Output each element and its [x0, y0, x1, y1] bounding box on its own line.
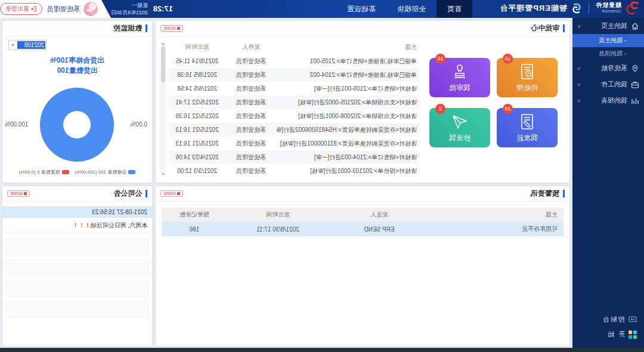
table-row[interactable]: 请核对<销售订单>:2104-003进行[一审] 系统管理员 2021/4/23…	[169, 150, 419, 164]
accent-bar	[563, 190, 565, 197]
sidebar-item-my-work[interactable]: 我的工作 >	[572, 76, 644, 92]
table-row[interactable]: 单据已审核,请接收<销售订单>:2104-002 系统管理员 2021/8/5 …	[169, 68, 419, 82]
start-grid-icon	[628, 331, 637, 339]
location-pin-icon	[631, 64, 639, 73]
table-row[interactable]: 可用库存不足 ERP SEND 2021/8/30 17:11 186	[162, 222, 564, 236]
more-dot-icon	[177, 192, 180, 195]
nav-home[interactable]: 首页	[436, 0, 472, 18]
top-bar: 顺景软件 Centersoft 智能ERP管理平台 首页 全部模块 基础设置 1…	[0, 0, 644, 18]
scroll-down-icon[interactable]: ▼	[160, 172, 166, 176]
accent-bar	[145, 24, 147, 32]
announcement-empty-row	[6, 280, 148, 297]
table-row[interactable]: 请核对<报价单>:202103-0001进行[审核] 系统管理员 2021/3/…	[169, 164, 419, 178]
data-monitor-panel: 数据监控 202108 ▼ 出货合格率100% 出货数量100 100.00% …	[2, 21, 152, 183]
alerts-more-button[interactable]: MORE	[160, 190, 183, 197]
sidebar-subitem-my-home[interactable]: - 我的主页	[572, 34, 644, 47]
announcement-empty-row	[6, 239, 148, 255]
sidebar-item-my-reports[interactable]: 我的报表 >	[572, 92, 644, 109]
accent-bar	[145, 190, 147, 197]
table-row[interactable]: 请核对<存货采购转换率设置>:811000001进行[审核] 系统管理员 202…	[169, 137, 419, 150]
legend-qualified: 合格数量 100 (100.00%)	[75, 169, 136, 175]
announcements-title: 公司公告	[30, 189, 142, 199]
scroll-thumb[interactable]	[161, 47, 165, 82]
more-dot-icon	[177, 27, 180, 30]
home-icon	[631, 22, 639, 30]
product-title: 智能ERP管理平台	[499, 3, 567, 14]
chevron-down-icon: ∨	[577, 23, 581, 29]
alerts-table-header: 主题 发送人 发出时间 预警记录数	[162, 208, 564, 222]
table-row[interactable]: 请核对<支出报销单>:202105-0002进行[审核] 系统管理员 2021/…	[169, 95, 419, 109]
more-dot-icon	[24, 192, 27, 195]
chevron-right-icon: >	[577, 98, 580, 104]
nav-all-modules[interactable]: 全部模块	[386, 0, 436, 18]
bar-chart-icon	[631, 97, 639, 105]
chevron-down-icon: ▼	[9, 43, 17, 47]
alerts-title: 预警资讯	[183, 189, 559, 199]
user-zone: 系统管理员 退出登录	[0, 0, 111, 18]
scroll-up-icon[interactable]: ▲	[160, 42, 166, 45]
approval-scrollbar[interactable]: ▲ ▼	[160, 41, 166, 177]
tile-initiated-by-me[interactable]: 24 我发起	[497, 108, 558, 147]
sidebar: 我的主页 ∨ - 我的主页 - 我的消息 系统导航 > 我的工作 > 我的报	[572, 18, 644, 348]
table-row[interactable]: 单据已审核,请接收<销售订单>:2105-001 系统管理员 2021/8/14…	[169, 54, 419, 68]
user-avatar[interactable]	[83, 2, 98, 16]
table-row[interactable]: 请核对<存货采购转换率设置>:HS4815006002进行[审核] 系统管理员 …	[169, 123, 419, 137]
period-select[interactable]: 202108 ▼	[8, 40, 47, 50]
sidebar-item-my-home[interactable]: 我的主页 ∨	[572, 18, 644, 34]
approval-table-rows: 单据已审核,请接收<销售订单>:2105-001 系统管理员 2021/8/14…	[169, 54, 419, 178]
alerts-table: 主题 发送人 发出时间 预警记录数 可用库存不足 ERP SEND 2021/8…	[162, 208, 564, 236]
sidebar-item-system-nav[interactable]: 系统导航 >	[572, 60, 644, 76]
document-pencil-icon	[518, 113, 536, 131]
chevron-right-icon: >	[577, 66, 580, 72]
start-button[interactable]: 开 始	[572, 327, 644, 342]
approval-center-panel: 审批中心 MORE 15 待处理 16	[156, 21, 569, 183]
sidebar-subitem-my-messages[interactable]: - 我的消息	[572, 47, 644, 60]
data-monitor-title: 数据监控	[7, 23, 142, 33]
accent-bar	[563, 24, 565, 32]
approval-center-title: 审批中心	[183, 23, 559, 33]
table-row[interactable]: 请核对<支出报销单>:202008-0001进行[审核] 系统管理员 2021/…	[169, 109, 419, 123]
announcement-text: 本周六, 周日公司活动！！！	[2, 218, 152, 234]
alerts-table-rows: 可用库存不足 ERP SEND 2021/8/30 17:11 186	[162, 222, 564, 236]
console-icon	[628, 316, 637, 323]
briefcase-icon	[631, 81, 639, 89]
pending-badge: 15	[503, 54, 513, 64]
date-display: 星期一 2021年8月30日	[111, 2, 148, 16]
clock: 17:28	[153, 4, 173, 13]
tile-pending[interactable]: 15 待处理	[497, 58, 558, 97]
initiated-badge: 24	[503, 104, 513, 114]
approval-tiles: 15 待处理 16 我审批	[429, 58, 558, 147]
donut-label-0: 0.00%	[131, 121, 147, 128]
paper-plane-icon	[451, 113, 469, 131]
logout-icon	[31, 6, 37, 12]
shipment-qty-text: 出货数量100	[2, 66, 152, 76]
approval-table-header: 主题 发件人 发出时间	[169, 40, 419, 54]
announcements-panel: 公司公告 MORE 2021-08-27 15:56:23 本周六, 周日公司活…	[2, 186, 152, 346]
sidebar-footer: 控制台 开 始	[572, 312, 644, 342]
approval-table: 主题 发件人 发出时间 单据已审核,请接收<销售订单>:2105-001 系统管…	[169, 40, 419, 178]
main-area: 审批中心 MORE 15 待处理 16	[0, 18, 572, 348]
company-name-en: Centersoft	[595, 8, 621, 14]
nav-basic-settings[interactable]: 基础设置	[336, 0, 386, 18]
pass-rate-text: 出货合格率100%	[2, 55, 152, 66]
username: 系统管理员	[47, 5, 80, 14]
my-approvals-badge: 16	[435, 54, 445, 64]
table-row[interactable]: 请核对<销售订单>:2105-001进行[一审] 系统管理员 2021/6/5 …	[169, 82, 419, 95]
console-button[interactable]: 控制台	[572, 312, 644, 327]
announcement-timestamp[interactable]: 2021-08-27 15:56:23	[2, 206, 152, 218]
company-logo-icon	[625, 1, 640, 16]
tile-cc-to-me[interactable]: 2 抄送我	[429, 108, 490, 147]
logout-button[interactable]: 退出登录	[0, 3, 42, 15]
announcement-empty-row	[6, 260, 148, 276]
approval-more-button[interactable]: MORE	[160, 25, 183, 32]
cc-badge: 2	[435, 104, 445, 114]
erp-dashboard-mirrored: 顺景软件 Centersoft 智能ERP管理平台 首页 全部模块 基础设置 1…	[0, 0, 644, 352]
tile-my-approvals[interactable]: 16 我审批	[429, 58, 490, 97]
alerts-panel: 预警资讯 MORE 主题 发送人 发出时间 预警记录数 可用库存不足 ERP S…	[156, 186, 569, 346]
bottom-taskbar-strip	[0, 348, 644, 352]
top-nav: 首页 全部模块 基础设置	[336, 0, 472, 18]
company-name: 顺景软件	[595, 2, 621, 8]
legend-scrapped: 报废数量 0 (0.00%)	[19, 169, 69, 175]
announcements-more-button[interactable]: MORE	[7, 190, 30, 197]
brand-area: 顺景软件 Centersoft 智能ERP管理平台	[499, 1, 640, 16]
